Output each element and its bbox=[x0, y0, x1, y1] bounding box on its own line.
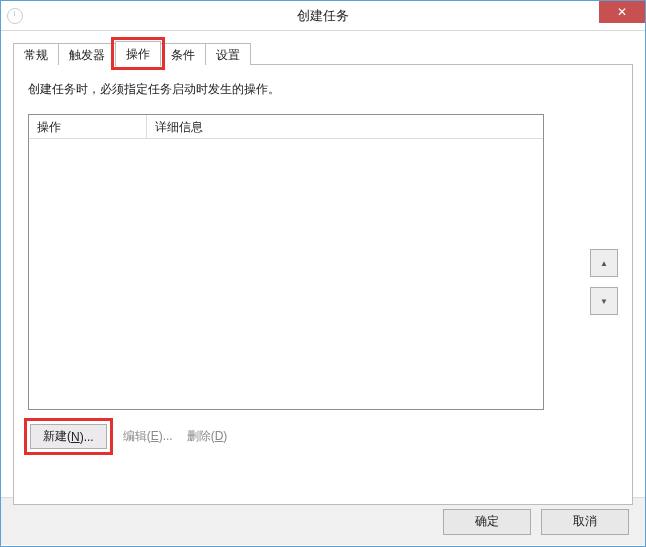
cancel-button[interactable]: 取消 bbox=[541, 509, 629, 535]
tab-strip: 常规 触发器 操作 条件 设置 bbox=[13, 41, 633, 65]
column-action[interactable]: 操作 bbox=[29, 115, 147, 138]
chevron-up-icon: ▲ bbox=[600, 259, 608, 268]
actions-listview[interactable]: 操作 详细信息 bbox=[28, 114, 544, 410]
reorder-buttons: ▲ ▼ bbox=[590, 249, 618, 325]
edit-button: 编辑(E)... bbox=[123, 428, 173, 445]
move-up-button[interactable]: ▲ bbox=[590, 249, 618, 277]
move-down-button[interactable]: ▼ bbox=[590, 287, 618, 315]
close-icon: ✕ bbox=[617, 5, 627, 19]
tab-settings[interactable]: 设置 bbox=[205, 43, 251, 65]
ok-button[interactable]: 确定 bbox=[443, 509, 531, 535]
column-details[interactable]: 详细信息 bbox=[147, 115, 543, 138]
tab-panel-actions: 创建任务时，必须指定任务启动时发生的操作。 操作 详细信息 ▲ ▼ 新建(N).… bbox=[13, 65, 633, 505]
tab-conditions[interactable]: 条件 bbox=[160, 43, 206, 65]
content-area: 常规 触发器 操作 条件 设置 创建任务时，必须指定任务启动时发生的操作。 操作… bbox=[1, 31, 645, 497]
delete-button: 删除(D) bbox=[187, 428, 228, 445]
tab-actions[interactable]: 操作 bbox=[115, 41, 161, 66]
chevron-down-icon: ▼ bbox=[600, 297, 608, 306]
window-title: 创建任务 bbox=[1, 7, 645, 25]
listview-header: 操作 详细信息 bbox=[29, 115, 543, 139]
instruction-text: 创建任务时，必须指定任务启动时发生的操作。 bbox=[28, 81, 618, 98]
close-button[interactable]: ✕ bbox=[599, 1, 645, 23]
tab-triggers[interactable]: 触发器 bbox=[58, 43, 116, 65]
tab-general[interactable]: 常规 bbox=[13, 43, 59, 65]
titlebar: 创建任务 ✕ bbox=[1, 1, 645, 31]
action-buttons-row: 新建(N)... 编辑(E)... 删除(D) bbox=[28, 422, 618, 451]
new-button[interactable]: 新建(N)... bbox=[30, 424, 107, 449]
